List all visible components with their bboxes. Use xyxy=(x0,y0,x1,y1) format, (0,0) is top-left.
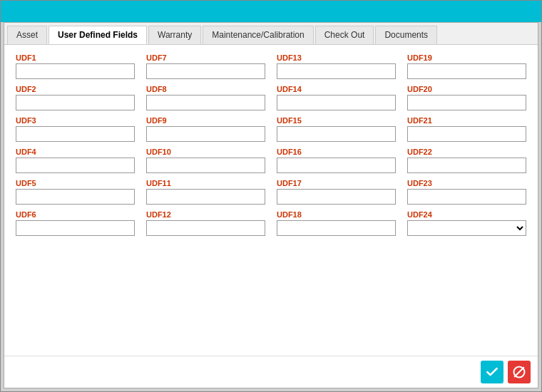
input-udf9[interactable] xyxy=(146,126,265,142)
tab-bar: Asset User Defined Fields Warranty Maint… xyxy=(4,23,538,45)
field-group-udf17: UDF17 xyxy=(277,179,396,205)
input-udf21[interactable] xyxy=(407,126,526,142)
field-group-udf1: UDF1 xyxy=(16,53,135,79)
label-udf19: UDF19 xyxy=(407,53,526,62)
field-group-udf24: UDF24 xyxy=(407,210,526,236)
input-udf13[interactable] xyxy=(277,63,396,79)
label-udf14: UDF14 xyxy=(277,85,396,93)
label-udf6: UDF6 xyxy=(16,210,135,219)
label-udf20: UDF20 xyxy=(407,85,526,93)
label-udf15: UDF15 xyxy=(277,116,396,125)
field-group-udf9: UDF9 xyxy=(146,116,265,142)
input-udf6[interactable] xyxy=(16,220,135,236)
field-group-udf22: UDF22 xyxy=(407,148,526,173)
field-group-udf16: UDF16 xyxy=(277,148,396,173)
input-udf11[interactable] xyxy=(146,189,265,205)
field-group-udf3: UDF3 xyxy=(16,116,135,142)
label-udf1: UDF1 xyxy=(16,53,135,62)
label-udf8: UDF8 xyxy=(146,85,265,93)
input-udf23[interactable] xyxy=(407,189,526,205)
label-udf18: UDF18 xyxy=(277,210,396,219)
label-udf23: UDF23 xyxy=(407,179,526,187)
label-udf11: UDF11 xyxy=(146,179,265,187)
field-group-udf11: UDF11 xyxy=(146,179,265,205)
input-udf19[interactable] xyxy=(407,63,526,79)
svg-line-1 xyxy=(515,368,524,377)
input-udf10[interactable] xyxy=(146,158,265,173)
field-group-udf5: UDF5 xyxy=(16,179,135,205)
field-group-udf8: UDF8 xyxy=(146,85,265,110)
input-udf8[interactable] xyxy=(146,95,265,110)
label-udf17: UDF17 xyxy=(277,179,396,187)
tab-maintenance-calibration[interactable]: Maintenance/Calibration xyxy=(203,26,313,44)
field-group-udf10: UDF10 xyxy=(146,148,265,173)
field-group-udf18: UDF18 xyxy=(277,210,396,236)
input-udf24[interactable] xyxy=(407,220,526,236)
field-group-udf19: UDF19 xyxy=(407,53,526,79)
label-udf13: UDF13 xyxy=(277,53,396,62)
field-group-udf23: UDF23 xyxy=(407,179,526,205)
tab-warranty[interactable]: Warranty xyxy=(148,26,201,44)
input-udf3[interactable] xyxy=(16,126,135,142)
field-group-udf14: UDF14 xyxy=(277,85,396,110)
label-udf3: UDF3 xyxy=(16,116,135,125)
tab-documents[interactable]: Documents xyxy=(375,26,437,44)
label-udf5: UDF5 xyxy=(16,179,135,187)
label-udf4: UDF4 xyxy=(16,148,135,156)
title-bar xyxy=(1,1,541,22)
footer xyxy=(4,356,538,388)
input-udf17[interactable] xyxy=(277,189,396,205)
input-udf16[interactable] xyxy=(277,158,396,173)
field-group-udf12: UDF12 xyxy=(146,210,265,236)
input-udf4[interactable] xyxy=(16,158,135,173)
input-udf12[interactable] xyxy=(146,220,265,236)
tab-asset[interactable]: Asset xyxy=(7,26,47,44)
form-area: UDF1UDF7UDF13UDF19UDF2UDF8UDF14UDF20UDF3… xyxy=(4,45,538,356)
field-group-udf7: UDF7 xyxy=(146,53,265,79)
field-group-udf4: UDF4 xyxy=(16,148,135,173)
input-udf5[interactable] xyxy=(16,189,135,205)
input-udf15[interactable] xyxy=(277,126,396,142)
label-udf22: UDF22 xyxy=(407,148,526,156)
input-udf2[interactable] xyxy=(16,95,135,110)
confirm-button[interactable] xyxy=(481,361,503,383)
label-udf7: UDF7 xyxy=(146,53,265,62)
label-udf10: UDF10 xyxy=(146,148,265,156)
label-udf16: UDF16 xyxy=(277,148,396,156)
add-asset-window: Asset User Defined Fields Warranty Maint… xyxy=(0,0,542,392)
label-udf24: UDF24 xyxy=(407,210,526,219)
label-udf9: UDF9 xyxy=(146,116,265,125)
field-group-udf15: UDF15 xyxy=(277,116,396,142)
field-group-udf21: UDF21 xyxy=(407,116,526,142)
input-udf22[interactable] xyxy=(407,158,526,173)
label-udf12: UDF12 xyxy=(146,210,265,219)
field-group-udf6: UDF6 xyxy=(16,210,135,236)
tab-user-defined-fields[interactable]: User Defined Fields xyxy=(48,26,147,44)
input-udf1[interactable] xyxy=(16,63,135,79)
input-udf18[interactable] xyxy=(277,220,396,236)
field-group-udf2: UDF2 xyxy=(16,85,135,110)
input-udf14[interactable] xyxy=(277,95,396,110)
cancel-button[interactable] xyxy=(508,361,531,383)
field-group-udf13: UDF13 xyxy=(277,53,396,79)
content-area: Asset User Defined Fields Warranty Maint… xyxy=(4,22,538,388)
input-udf7[interactable] xyxy=(146,63,265,79)
input-udf20[interactable] xyxy=(407,95,526,110)
tab-check-out[interactable]: Check Out xyxy=(315,26,374,44)
label-udf2: UDF2 xyxy=(16,85,135,93)
label-udf21: UDF21 xyxy=(407,116,526,125)
field-group-udf20: UDF20 xyxy=(407,85,526,110)
